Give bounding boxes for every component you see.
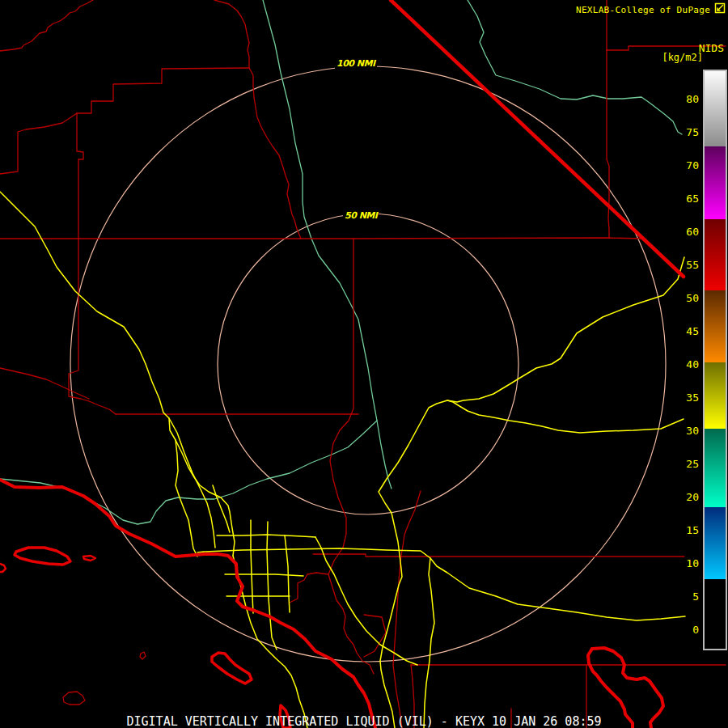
- colorbar-segment: [705, 507, 726, 579]
- colorbar-tick: 30: [675, 425, 699, 437]
- colorbar-gradient: [703, 70, 727, 650]
- colorbar-tick: 55: [675, 259, 699, 271]
- state-and-coast-lines: [0, 0, 684, 728]
- colorbar-tick: 45: [675, 325, 699, 337]
- colorbar-segment: [705, 362, 726, 429]
- river-lines: [0, 0, 682, 524]
- colorbar-tick: 80: [675, 93, 699, 105]
- colorbar-tick: 75: [675, 126, 699, 138]
- colorbar-segment: [705, 71, 726, 146]
- colorbar-tick: 0: [675, 624, 699, 636]
- colorbar-segment: [705, 219, 726, 290]
- colorbar-tick: 10: [675, 557, 699, 569]
- colorbar-tick: 35: [675, 392, 699, 404]
- radar-map-canvas: [0, 0, 728, 728]
- range-ring-circle: [70, 66, 666, 662]
- colorbar-segment: [705, 579, 726, 648]
- radar-display: NEXLAB-College of DuPage NIDS [kg/m2] 80…: [0, 0, 728, 728]
- colorbar-segment: [705, 429, 726, 507]
- range-ring-label: 100 NMI: [335, 58, 377, 69]
- colorbar-tick: 60: [675, 226, 699, 238]
- colorbar-tick: 70: [675, 159, 699, 171]
- product-title: DIGITAL VERTICALLY INTEGRATED LIQUID (VI…: [0, 714, 728, 728]
- colorbar-tick: 15: [675, 524, 699, 536]
- range-ring-circle: [218, 214, 518, 514]
- colorbar-segment: [705, 146, 726, 219]
- colorbar-tick: 20: [675, 491, 699, 503]
- units-label: [kg/m2]: [662, 52, 703, 63]
- colorbar-tick: 25: [675, 458, 699, 470]
- highway-lines: [0, 192, 685, 728]
- colorbar-tick: 5: [675, 590, 699, 603]
- range-ring-label: 50 NMI: [343, 210, 379, 221]
- colorbar-tick: 50: [675, 292, 699, 304]
- range-ring-circles: [70, 66, 666, 662]
- colorbar-tick: 65: [675, 193, 699, 205]
- colorbar-tick: 40: [675, 358, 699, 370]
- cod-arrow-icon: [714, 2, 726, 15]
- brand-text: NEXLAB-College of DuPage: [576, 5, 710, 15]
- colorbar-segment: [705, 290, 726, 362]
